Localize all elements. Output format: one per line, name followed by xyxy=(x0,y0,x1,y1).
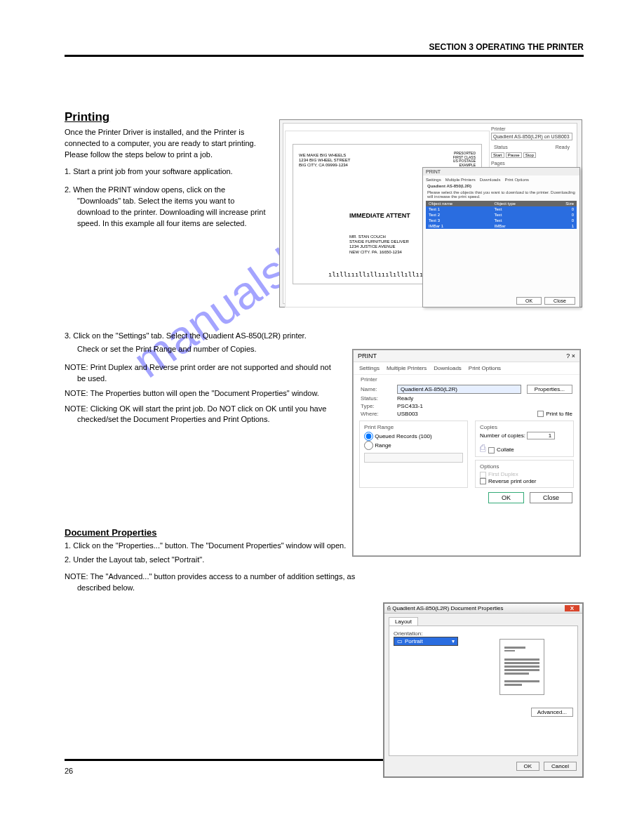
print-dialog-1: PRINT Settings Multiple Printers Downloa… xyxy=(422,167,580,307)
f2-title: PRINT xyxy=(358,352,377,359)
collate-checkbox[interactable] xyxy=(488,447,495,454)
orientation-select[interactable]: ▭Portrait ▾ xyxy=(394,637,458,646)
env-address: MR. STAN COUCH STAIDE FURNITURE DELIVER … xyxy=(349,234,409,255)
f1-printer-label: Printer xyxy=(491,126,572,131)
pw-tab-options[interactable]: Print Options xyxy=(504,178,529,182)
figure-2: PRINT? × Settings Multiple Printers Down… xyxy=(352,349,581,557)
f2-grp-copies: Copies xyxy=(480,424,569,430)
f2-tab-downloads[interactable]: Downloads xyxy=(434,365,462,371)
orientation-value: Portrait xyxy=(405,638,423,644)
th-type: Object type xyxy=(495,201,561,206)
note-3: NOTE: Clicking OK will start the print j… xyxy=(65,404,331,425)
dp-step-2: 2. Under the Layout tab, select "Portrai… xyxy=(65,555,366,566)
f2-val-status: Ready xyxy=(397,395,413,402)
f2-close-button[interactable]: Close xyxy=(530,492,572,503)
queued-radio[interactable] xyxy=(364,432,373,441)
printer-icon: ⎙ xyxy=(387,605,391,611)
f2-lbl-type: Type: xyxy=(361,403,397,409)
pw-row[interactable]: Text 2Text0 xyxy=(426,212,577,218)
f2-col: Collate xyxy=(497,446,514,453)
pw-close-button[interactable]: Close xyxy=(544,297,575,305)
step-2: 2. When the PRINT window opens, click on… xyxy=(65,185,268,230)
env-attention: IMMEDIATE ATTENT xyxy=(349,212,410,219)
pw-ok-button[interactable]: OK xyxy=(516,297,542,305)
reverse-checkbox[interactable] xyxy=(480,478,486,484)
properties-button[interactable]: Properties... xyxy=(527,385,572,394)
advanced-button[interactable]: Advanced... xyxy=(531,708,573,717)
portrait-icon: ▭ xyxy=(397,638,403,644)
f2-printer-combo[interactable]: Quadient AS-850(L2R) xyxy=(397,385,521,394)
pw-printer-name: Quadient AS-850(L2R) xyxy=(427,184,575,188)
dp-note: NOTE: The "Advanced..." button provides … xyxy=(65,571,366,593)
rule-top xyxy=(65,55,584,57)
pw-tab-settings[interactable]: Settings xyxy=(426,178,441,182)
copies-spinner[interactable]: 1 xyxy=(527,432,555,439)
c: 0 xyxy=(560,207,574,211)
pw-row[interactable]: IMBar 1IMBar1 xyxy=(426,223,577,229)
th-name: Object name xyxy=(429,201,495,206)
step-3b: Check or set the Print Range and number … xyxy=(65,344,331,355)
step-3: 3. Click on the "Settings" tab. Select t… xyxy=(65,331,331,342)
f2-ptf: Print to file xyxy=(546,411,572,417)
range-input[interactable] xyxy=(364,453,463,463)
f2-grp-printer: Printer xyxy=(354,375,579,384)
intro-text: Once the Printer Driver is installed, an… xyxy=(65,127,268,161)
note-2: NOTE: The Properties button will open th… xyxy=(65,388,331,399)
f2-lbl-nc: Number of copies: xyxy=(480,432,525,439)
f2-tab-options[interactable]: Print Options xyxy=(469,365,501,371)
f1-status-v: Ready xyxy=(556,145,570,150)
layout-tab[interactable]: Layout xyxy=(389,617,418,626)
f2-fs: First Duplex xyxy=(488,471,518,477)
pw-tab-downloads[interactable]: Downloads xyxy=(480,178,501,182)
f2-opt-q: Queued Records (100) xyxy=(375,433,431,439)
chevron-down-icon: ▾ xyxy=(452,638,455,644)
f2-tab-settings[interactable]: Settings xyxy=(359,365,380,371)
c: 1 xyxy=(560,224,574,228)
figure-1: Printer Quadient AS-850(L2R) on USB003 S… xyxy=(279,119,582,307)
figure-3: ⎙ Quadient AS-850(L2R) Document Properti… xyxy=(383,602,584,778)
f2-ok-button[interactable]: OK xyxy=(488,492,524,503)
f1-start-button[interactable]: Start xyxy=(491,152,504,158)
note-1: NOTE: Print Duplex and Reverse print ord… xyxy=(65,362,331,384)
f2-val-where: USB003 xyxy=(397,411,418,417)
f2-qx[interactable]: ? × xyxy=(566,352,575,359)
f1-status-l: Status xyxy=(494,145,508,150)
f2-grp-range: Print Range xyxy=(364,424,463,430)
f2-lbl-where: Where: xyxy=(361,411,397,417)
f3-title: Quadient AS-850(L2R) Document Properties xyxy=(392,605,503,611)
c: 0 xyxy=(560,213,574,217)
pw-row[interactable]: Text 1Text0 xyxy=(426,206,577,212)
c: Text xyxy=(495,218,561,223)
duplex-checkbox xyxy=(480,472,486,478)
c: Text xyxy=(495,213,561,217)
f2-grp-opts: Options xyxy=(480,463,569,470)
pw-title: PRINT xyxy=(423,168,579,176)
c: Text xyxy=(495,207,561,211)
dp-step-1: 1. Click on the "Properties..." button. … xyxy=(65,541,366,552)
range-radio[interactable] xyxy=(364,441,373,450)
c: 0 xyxy=(560,218,574,223)
f2-rev: Reverse print order xyxy=(488,478,536,484)
pw-table-head: Object name Object type Size xyxy=(426,201,577,206)
f1-printer-select[interactable]: Quadient AS-850(L2R) on USB003 xyxy=(491,133,572,140)
print-to-file-checkbox[interactable] xyxy=(537,411,544,417)
f1-stop-button[interactable]: Stop xyxy=(523,152,536,158)
f3-ok-button[interactable]: OK xyxy=(516,762,540,771)
c: Text 1 xyxy=(429,207,495,211)
f2-tab-multi[interactable]: Multiple Printers xyxy=(387,365,427,371)
f1-pause-button[interactable]: Pause xyxy=(506,152,522,158)
orientation-label: Orientation: xyxy=(394,630,471,637)
f3-cancel-button[interactable]: Cancel xyxy=(544,762,577,771)
c: Text 3 xyxy=(429,218,495,223)
th-size: Size xyxy=(560,201,574,206)
pw-tab-multi[interactable]: Multiple Printers xyxy=(445,178,476,182)
close-button[interactable]: X xyxy=(565,605,579,611)
env-return: WE MAKE BIG WHEELS 1234 BIG WHEEL STREET… xyxy=(299,153,350,168)
page-number: 26 xyxy=(65,767,73,775)
f1-pages-h: Pages xyxy=(491,161,572,166)
toc-header: SECTION 3 OPERATING THE PRINTER xyxy=(65,42,584,52)
pw-row[interactable]: Text 3Text0 xyxy=(426,218,577,223)
c: IMBar xyxy=(495,224,561,228)
f2-lbl-status: Status: xyxy=(361,395,397,402)
f2-val-type: PSC433-1 xyxy=(397,403,423,409)
